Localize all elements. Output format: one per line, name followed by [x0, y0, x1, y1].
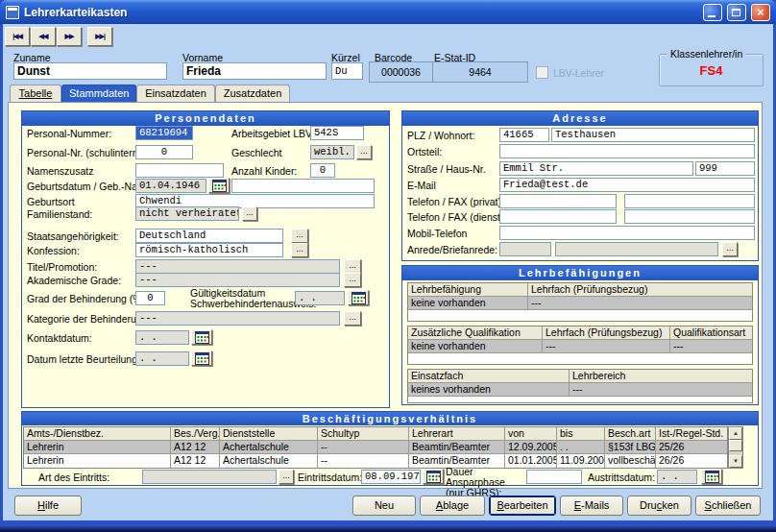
column-header[interactable]: bis	[557, 427, 605, 441]
titel-promotion-label: Titel/Promotion:	[27, 261, 97, 273]
hausnr-field[interactable]: 999	[695, 161, 755, 176]
table-row[interactable]: Lehrerin A12 12 Achertalschule -- Beamti…	[24, 454, 727, 468]
zusaetzliche-qualifikation-table: Zusätzliche Qualifikation Lehrfach (Prüf…	[407, 326, 753, 365]
staatsangehoerigkeit-browse-button[interactable]: ...	[291, 229, 308, 243]
fax-dienstlich-field[interactable]	[624, 209, 755, 224]
geschlecht-label: Geschlecht	[231, 147, 282, 158]
bearbeiten-button[interactable]: Bearbeiten	[489, 496, 556, 516]
hilfe-button[interactable]: Hilfe	[14, 496, 82, 516]
gueltigkeitsdatum-field: . .	[295, 291, 345, 305]
strasse-field[interactable]: Emmil Str.	[499, 161, 693, 176]
email-field[interactable]: Frieda@test.de	[499, 178, 755, 192]
kuerzel-input[interactable]: Du	[331, 62, 363, 80]
vorname-input[interactable]: Frieda	[182, 62, 327, 80]
tab-einsatzdaten[interactable]: Einsatzdaten	[136, 85, 215, 103]
eintrittsdatum-field[interactable]: 08.09.1972	[361, 470, 421, 484]
close-button[interactable]: ×	[751, 4, 770, 21]
column-header[interactable]: Dienststelle	[220, 427, 318, 441]
ablage-button[interactable]: Ablage	[420, 496, 485, 516]
geburtsdatum-field: 01.04.1946	[135, 179, 206, 193]
neu-button[interactable]: Neu	[352, 496, 416, 516]
mobil-telefon-field[interactable]	[499, 226, 755, 240]
dauer-ansparphase-field[interactable]	[526, 470, 582, 484]
wohnort-field[interactable]: Testhausen	[551, 128, 755, 142]
kategorie-behinderung-browse-button[interactable]: ...	[344, 311, 361, 326]
maximize-button[interactable]	[727, 4, 746, 21]
art-des-eintritts-browse-button[interactable]: ...	[279, 470, 294, 484]
arbeitsgebiet-lbv-field[interactable]: 542S	[310, 126, 364, 140]
column-header[interactable]: Lehrfach (Prüfungsbezug)	[528, 283, 752, 297]
gueltigkeitsdatum-calendar-button[interactable]	[348, 290, 369, 305]
minimize-button[interactable]	[703, 4, 722, 21]
austrittsdatum-label: Austrittsdatum:	[588, 472, 655, 483]
plz-field[interactable]: 41665	[499, 128, 549, 142]
kontaktdatum-calendar-button[interactable]	[191, 329, 212, 345]
column-header[interactable]: Lehrerart	[409, 427, 505, 441]
column-header[interactable]: Zusätzliche Qualifikation	[408, 326, 543, 340]
lbv-lehrer-checkbox[interactable]	[536, 66, 548, 79]
anzahl-kinder-field[interactable]: 0	[310, 163, 335, 178]
column-header[interactable]: von	[505, 427, 557, 441]
fax-privat-field[interactable]	[624, 194, 755, 208]
tab-tabelle[interactable]: Tabelle	[10, 85, 61, 103]
title-bar: Lehrerkarteikasten ×	[0, 0, 776, 24]
table-row[interactable]: Lehrerin A12 12 Achertalschule -- Beamti…	[24, 441, 727, 454]
emails-button[interactable]: E-Mails	[560, 496, 623, 516]
grad-behinderung-label: Grad der Behinderung (%):	[27, 293, 148, 304]
anrede-browse-button[interactable]: ...	[722, 242, 738, 256]
column-header[interactable]: Lehrfach (Prüfungsbezug)	[543, 326, 670, 340]
dauer-ansparphase-label: Dauer Ansparphase (nur GHRS):	[446, 467, 524, 498]
column-header[interactable]: Lehrbefähigung	[408, 283, 528, 297]
personal-nr-schulintern-field[interactable]: 0	[135, 145, 193, 159]
column-header[interactable]: Lehrbereich	[570, 370, 752, 383]
zuname-input[interactable]: Dunst	[13, 62, 167, 80]
nav-previous-button[interactable]: ◀◀	[31, 27, 56, 46]
drucken-button[interactable]: Drucken	[627, 496, 691, 516]
scroll-up-button[interactable]: ▲	[729, 427, 742, 440]
column-header[interactable]: Ist-/Regel-Std.	[656, 427, 727, 441]
geschlecht-browse-button[interactable]: ...	[356, 145, 372, 159]
datum-letzte-beurteilung-calendar-button[interactable]	[191, 351, 212, 366]
tab-stammdaten[interactable]: Stammdaten	[61, 85, 136, 103]
scroll-down-button[interactable]: ▼	[729, 455, 742, 468]
mobil-telefon-label: Mobil-Telefon	[407, 228, 467, 239]
column-header[interactable]: Schultyp	[318, 427, 409, 441]
table-header-row: Einsatzfach Lehrbereich	[408, 370, 752, 383]
eintrittsdatum-calendar-button[interactable]	[423, 469, 444, 484]
tab-zusatzdaten[interactable]: Zusatzdaten	[215, 85, 290, 103]
konfession-field[interactable]: römisch-katholisch	[135, 243, 283, 257]
personal-nummer-field[interactable]: 68219694	[135, 126, 193, 140]
akademische-grade-browse-button[interactable]: ...	[344, 273, 361, 287]
ortsteil-label: Ortsteil:	[407, 146, 442, 157]
table-row[interactable]: keine vorhanden --- ---	[408, 340, 752, 353]
column-header[interactable]: Amts-/Dienstbez.	[24, 427, 171, 441]
column-header[interactable]: Bes./Verg.	[171, 427, 220, 441]
familienstand-browse-button[interactable]: ...	[242, 206, 257, 221]
nav-last-button[interactable]: ▶▶|	[87, 27, 112, 46]
column-header[interactable]: Einsatzfach	[408, 370, 570, 383]
column-header[interactable]: Qualifikationsart	[670, 326, 752, 340]
schliessen-button[interactable]: Schließen	[695, 496, 761, 516]
nav-next-button[interactable]: ▶▶	[57, 27, 82, 46]
table-scrollbar[interactable]: ▲ ▼	[728, 426, 743, 469]
konfession-browse-button[interactable]: ...	[291, 243, 308, 257]
ortsteil-field[interactable]	[499, 144, 755, 158]
titel-promotion-field: ---	[135, 259, 340, 274]
titel-promotion-browse-button[interactable]: ...	[344, 259, 361, 274]
telefon-dienstlich-field[interactable]	[499, 209, 617, 224]
staatsangehoerigkeit-field[interactable]: Deutschland	[135, 229, 283, 243]
table-row[interactable]: keine vorhanden ---	[408, 297, 752, 310]
klassenlehrer-groupbox: Klassenlehrer/in FS4	[659, 54, 764, 86]
scrollbar-thumb[interactable]	[729, 440, 742, 451]
window-title: Lehrerkarteikasten	[24, 6, 698, 19]
nav-first-button[interactable]: |◀◀	[5, 27, 30, 46]
geburtsdatum-calendar-button[interactable]	[208, 178, 230, 193]
telefon-privat-field[interactable]	[499, 194, 617, 208]
column-header[interactable]: Besch.art	[605, 427, 656, 441]
briefanrede-field	[555, 242, 718, 256]
geburtsname-field[interactable]	[231, 179, 375, 193]
table-row[interactable]: keines vorhanden ---	[408, 383, 752, 397]
grad-behinderung-field[interactable]: 0	[135, 291, 165, 305]
namenszusatz-field[interactable]	[135, 163, 224, 178]
austrittsdatum-calendar-button[interactable]	[701, 469, 722, 484]
